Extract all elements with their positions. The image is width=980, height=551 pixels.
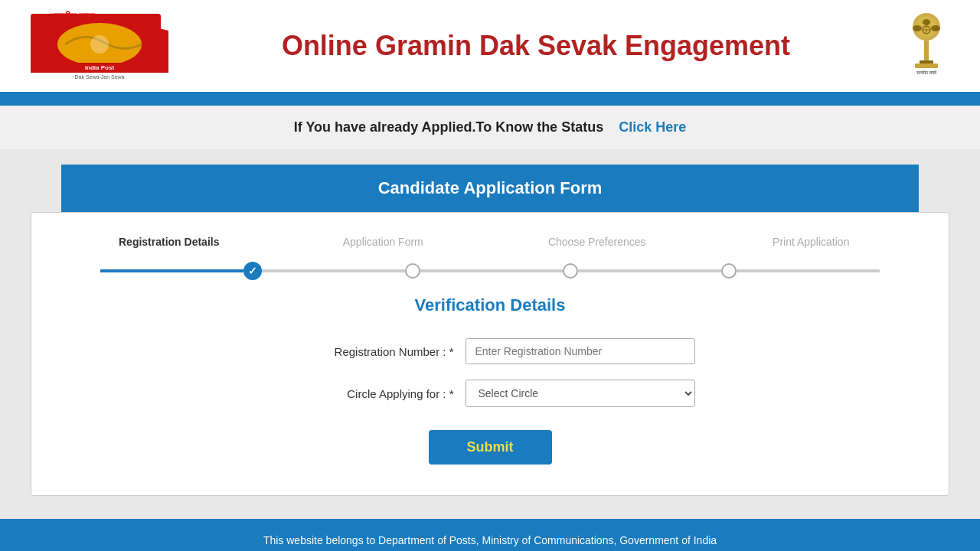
step-line-5 — [737, 269, 880, 272]
verification-title: Verification Details — [62, 295, 918, 315]
steps-track: ✓ — [62, 262, 918, 280]
svg-point-13 — [923, 19, 930, 25]
step-line-3 — [420, 269, 564, 272]
page-title: Online Gramin Dak Sevak Engagement — [176, 30, 896, 62]
circle-applying-group: Circle Applying for : * Select Circle An… — [62, 380, 918, 407]
main-content: Candidate Application Form Registration … — [0, 149, 980, 519]
circle-applying-label: Circle Applying for : * — [286, 387, 454, 400]
click-here-link[interactable]: Click Here — [619, 119, 686, 135]
circle-select[interactable]: Select Circle Andhra Pradesh Assam Bihar… — [466, 380, 695, 407]
step-line-1 — [100, 269, 243, 272]
svg-rect-17 — [924, 41, 929, 62]
steps-container: Registration Details Application Form Ch… — [62, 236, 918, 254]
svg-rect-19 — [915, 64, 938, 68]
svg-point-12 — [931, 25, 940, 31]
step-circle-4 — [721, 263, 737, 279]
hindi-text: भारतीय डाक — [50, 11, 95, 23]
submit-button[interactable]: Submit — [429, 430, 552, 465]
blue-divider — [0, 95, 980, 106]
svg-text:India Post: India Post — [85, 64, 115, 71]
step-label-1: Registration Details — [62, 236, 276, 248]
step-circle-3 — [563, 263, 578, 279]
step-line-2 — [262, 269, 405, 272]
step-label-2: Application Form — [276, 236, 491, 248]
registration-number-input[interactable] — [466, 338, 695, 364]
footer-line1: This website belongs to Department of Po… — [15, 531, 965, 550]
status-text: If You have already Applied.To Know the … — [294, 119, 603, 135]
svg-text:Dak Sewa-Jan Sewa: Dak Sewa-Jan Sewa — [75, 74, 125, 80]
step-circle-2 — [405, 263, 420, 279]
svg-point-11 — [913, 25, 922, 31]
submit-container: Submit — [62, 430, 918, 465]
india-post-logo: India Post Dak Sewa-Jan Sewa भारतीय डाक — [23, 8, 176, 84]
header: India Post Dak Sewa-Jan Sewa भारतीय डाक … — [0, 0, 980, 95]
form-card: Registration Details Application Form Ch… — [31, 212, 949, 496]
status-bar: If You have already Applied.To Know the … — [0, 106, 980, 149]
step-line-4 — [578, 269, 721, 272]
registration-number-group: Registration Number : * — [62, 338, 918, 364]
form-header: Candidate Application Form — [61, 165, 919, 212]
svg-rect-18 — [920, 60, 933, 64]
government-emblem: सत्यमेव जयते — [896, 11, 957, 80]
step-label-3: Choose Preferences — [490, 236, 704, 248]
footer: This website belongs to Department of Po… — [0, 519, 980, 551]
svg-point-5 — [90, 35, 109, 54]
svg-text:सत्यमेव जयते: सत्यमेव जयते — [915, 70, 937, 75]
step-circle-1: ✓ — [243, 262, 262, 280]
step-label-4: Print Application — [704, 236, 919, 248]
registration-number-label: Registration Number : * — [286, 345, 454, 358]
